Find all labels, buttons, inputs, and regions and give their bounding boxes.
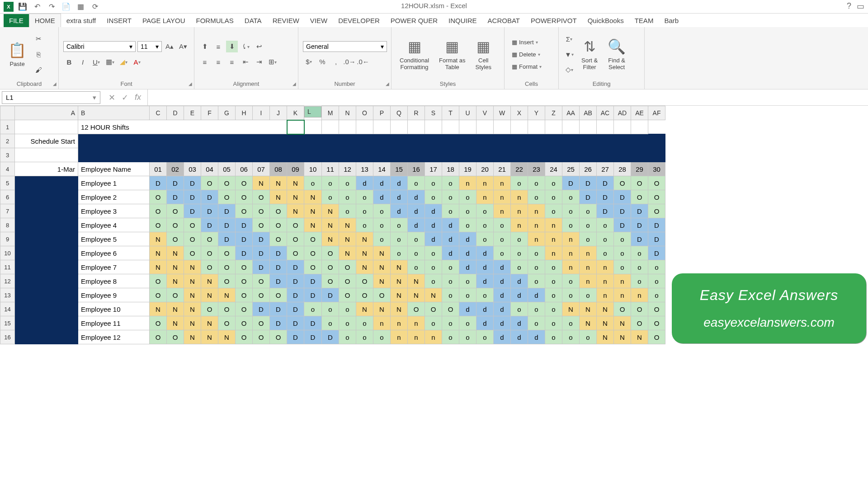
shift-cell[interactable]: D [287, 260, 304, 274]
shift-cell[interactable]: o [339, 316, 356, 330]
shift-cell[interactable]: O [648, 330, 665, 344]
shift-cell[interactable]: D [614, 218, 631, 232]
shift-cell[interactable]: D [614, 190, 631, 204]
col-header-H[interactable]: H [236, 106, 253, 120]
shift-cell[interactable]: O [287, 246, 304, 260]
shift-cell[interactable]: o [528, 246, 545, 260]
shift-cell[interactable]: o [562, 274, 580, 288]
shift-cell[interactable]: n [494, 176, 511, 190]
shift-cell[interactable]: O [339, 260, 356, 274]
shift-cell[interactable]: O [322, 246, 339, 260]
shift-cell[interactable]: o [339, 204, 356, 218]
col-header-W[interactable]: W [494, 106, 511, 120]
shift-cell[interactable]: o [442, 274, 459, 288]
shift-cell[interactable]: n [562, 260, 580, 274]
shift-cell[interactable]: n [528, 204, 545, 218]
shift-cell[interactable]: d [459, 232, 476, 246]
col-header-U[interactable]: U [459, 106, 476, 120]
shift-cell[interactable]: O [236, 274, 253, 288]
shift-cell[interactable]: O [218, 176, 236, 190]
shift-cell[interactable]: N [304, 204, 322, 218]
shift-cell[interactable]: o [356, 204, 373, 218]
day-header-21[interactable]: 21 [494, 162, 511, 176]
shift-cell[interactable]: O [339, 288, 356, 302]
shift-cell[interactable]: o [614, 246, 631, 260]
shift-cell[interactable]: O [150, 288, 167, 302]
tab-team[interactable]: TEAM [629, 14, 659, 27]
col-header-A[interactable]: A [15, 106, 78, 120]
shift-cell[interactable]: D [287, 288, 304, 302]
percent-icon[interactable]: % [316, 56, 328, 67]
shift-cell[interactable]: o [597, 218, 614, 232]
shift-cell[interactable]: o [425, 190, 442, 204]
shift-cell[interactable]: O [253, 288, 270, 302]
tab-inquire[interactable]: INQUIRE [443, 14, 482, 27]
shift-cell[interactable]: d [511, 274, 528, 288]
day-header-25[interactable]: 25 [562, 162, 580, 176]
row-header-5[interactable]: 5 [0, 176, 15, 190]
day-header-02[interactable]: 02 [167, 162, 184, 176]
shift-cell[interactable]: o [391, 232, 408, 246]
orientation-icon[interactable]: ⤹ [240, 41, 251, 52]
shift-cell[interactable]: n [511, 218, 528, 232]
shift-cell[interactable]: O [201, 302, 218, 316]
tab-acrobat[interactable]: ACROBAT [482, 14, 525, 27]
shift-cell[interactable]: o [322, 302, 339, 316]
shift-cell[interactable]: d [408, 190, 425, 204]
shift-cell[interactable]: d [459, 302, 476, 316]
shift-cell[interactable]: N [150, 302, 167, 316]
shift-cell[interactable]: N [614, 330, 631, 344]
shift-cell[interactable]: o [425, 176, 442, 190]
shift-cell[interactable]: D [648, 246, 665, 260]
shift-cell[interactable]: o [459, 316, 476, 330]
shift-cell[interactable]: n [459, 176, 476, 190]
shift-cell[interactable]: N [373, 302, 391, 316]
shrink-font-icon[interactable]: A▾ [177, 41, 189, 52]
shift-cell[interactable]: d [494, 316, 511, 330]
shift-cell[interactable]: d [511, 316, 528, 330]
col-header-D[interactable]: D [167, 106, 184, 120]
shift-cell[interactable]: O [253, 274, 270, 288]
shift-cell[interactable]: D [580, 190, 597, 204]
shift-cell[interactable]: n [597, 288, 614, 302]
shift-cell[interactable]: D [236, 246, 253, 260]
shift-cell[interactable]: o [631, 260, 648, 274]
shift-cell[interactable]: d [373, 176, 391, 190]
shift-cell[interactable]: o [459, 204, 476, 218]
shift-cell[interactable]: O [648, 190, 665, 204]
shift-cell[interactable]: D [597, 176, 614, 190]
shift-cell[interactable]: n [528, 232, 545, 246]
row-header-16[interactable]: 16 [0, 330, 15, 344]
sort-filter-button[interactable]: ⇅Sort & Filter [578, 36, 601, 72]
shift-cell[interactable]: d [442, 218, 459, 232]
worksheet-icon[interactable]: ▦ [75, 1, 86, 12]
shift-cell[interactable]: d [528, 330, 545, 344]
shift-cell[interactable]: o [476, 330, 494, 344]
cell-styles-button[interactable]: ▦Cell Styles [472, 36, 495, 72]
shift-cell[interactable]: n [476, 190, 494, 204]
shift-cell[interactable]: o [408, 176, 425, 190]
shift-cell[interactable]: n [597, 260, 614, 274]
shift-cell[interactable]: o [631, 274, 648, 288]
col-header-O[interactable]: O [356, 106, 373, 120]
shift-cell[interactable]: o [339, 176, 356, 190]
shift-cell[interactable]: o [373, 330, 391, 344]
shift-cell[interactable]: D [597, 190, 614, 204]
day-header-18[interactable]: 18 [442, 162, 459, 176]
shift-cell[interactable]: O [253, 316, 270, 330]
tab-quickbooks[interactable]: QuickBooks [582, 14, 629, 27]
tab-formulas[interactable]: FORMULAS [191, 14, 239, 27]
increase-indent-icon[interactable]: ⇥ [253, 56, 265, 68]
shift-cell[interactable]: O [218, 302, 236, 316]
shift-cell[interactable]: O [184, 232, 201, 246]
shift-cell[interactable]: o [322, 316, 339, 330]
shift-cell[interactable]: o [494, 218, 511, 232]
day-header-17[interactable]: 17 [425, 162, 442, 176]
shift-cell[interactable]: o [545, 288, 562, 302]
shift-cell[interactable]: D [322, 330, 339, 344]
shift-cell[interactable]: n [580, 274, 597, 288]
shift-cell[interactable]: D [270, 260, 287, 274]
shift-cell[interactable]: O [373, 288, 391, 302]
italic-button[interactable]: I [77, 56, 89, 68]
day-header-01[interactable]: 01 [150, 162, 167, 176]
